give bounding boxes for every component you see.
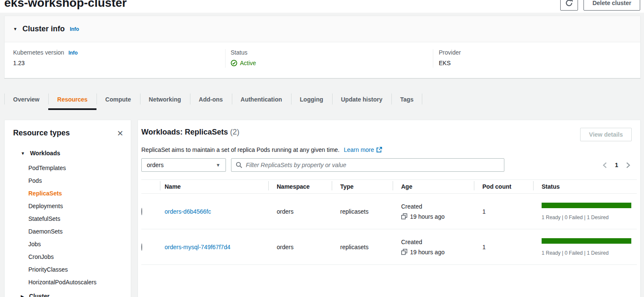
sidebar-group-workloads-label: Workloads xyxy=(30,150,60,157)
kubernetes-version-value: 1.23 xyxy=(13,60,225,66)
sidebar-item-daemonsets[interactable]: DaemonSets xyxy=(5,225,131,238)
tab-authentication[interactable]: Authentication xyxy=(232,89,291,109)
panel-description: ReplicaSet aims to maintain a set of rep… xyxy=(141,146,339,153)
cell-age: Created 19 hours ago xyxy=(393,203,474,220)
column-header-age[interactable]: Age xyxy=(393,183,474,190)
column-header-type[interactable]: Type xyxy=(332,183,393,190)
cluster-info-header[interactable]: ▼ Cluster info Info xyxy=(5,16,640,42)
cell-namespace: orders xyxy=(268,208,332,215)
cell-namespace: orders xyxy=(268,244,332,250)
tab-tags[interactable]: Tags xyxy=(391,89,423,109)
tab-resources[interactable]: Resources xyxy=(48,89,96,109)
column-header-pod-count[interactable]: Pod count xyxy=(474,183,533,190)
age-created-label: Created xyxy=(401,239,474,245)
sidebar-group-cluster-label: Cluster xyxy=(29,293,50,297)
tab-resources-label: Resources xyxy=(57,96,88,103)
tab-logging[interactable]: Logging xyxy=(291,89,332,109)
cluster-info-card: ▼ Cluster info Info Kubernetes version I… xyxy=(4,16,641,78)
learn-more-label: Learn more xyxy=(344,146,374,153)
page-header: eks-workshop-cluster Delete cluster xyxy=(0,0,644,13)
search-box xyxy=(231,158,504,172)
cell-pod-count: 1 xyxy=(474,208,533,215)
sidebar-item-cronjobs[interactable]: CronJobs xyxy=(5,250,131,263)
search-input[interactable] xyxy=(246,162,500,168)
copy-icon[interactable] xyxy=(401,249,407,255)
pagination: 1 xyxy=(602,162,637,168)
dropdown-caret-icon: ▼ xyxy=(216,162,220,168)
tab-add-ons[interactable]: Add-ons xyxy=(190,89,232,109)
status-value: Active xyxy=(240,60,256,66)
table-row: orders-d6b4566fc orders replicasets Crea… xyxy=(141,194,637,229)
namespace-filter-dropdown[interactable]: orders ▼ xyxy=(141,158,226,172)
kubernetes-version-info-link[interactable]: Info xyxy=(69,50,78,56)
cluster-info-info-link[interactable]: Info xyxy=(70,26,79,32)
panel-title: Workloads: ReplicaSets (2) xyxy=(141,128,239,137)
resources-content: Resource types × ▼ Workloads PodTemplate… xyxy=(4,120,641,297)
namespace-filter-value: orders xyxy=(147,162,164,168)
column-header-status[interactable]: Status xyxy=(533,183,637,190)
column-header-name[interactable]: Name xyxy=(160,183,268,190)
learn-more-link[interactable]: Learn more xyxy=(344,146,382,153)
sidebar-item-replicasets[interactable]: ReplicaSets xyxy=(5,187,131,200)
status-summary-text: 1 Ready | 0 Failed | 1 Desired xyxy=(542,214,637,220)
sidebar-item-statefulsets[interactable]: StatefulSets xyxy=(5,212,131,225)
sidebar-item-deployments[interactable]: Deployments xyxy=(5,200,131,212)
replicasets-panel: Workloads: ReplicaSets (2) View details … xyxy=(138,120,641,297)
replicaset-name-link[interactable]: orders-d6b4566fc xyxy=(165,208,211,215)
kubernetes-version-field: Kubernetes version Info 1.23 xyxy=(5,49,225,68)
header-actions: Delete cluster xyxy=(560,0,640,11)
current-page-number[interactable]: 1 xyxy=(615,162,618,168)
resource-types-title: Resource types xyxy=(13,129,70,138)
sidebar-item-horizontalpodautoscalers[interactable]: HorizontalPodAutoscalers xyxy=(5,276,131,289)
sidebar-item-pods[interactable]: Pods xyxy=(5,174,131,187)
kubernetes-version-label: Kubernetes version xyxy=(13,49,64,56)
refresh-button[interactable] xyxy=(560,0,578,11)
status-progress-bar xyxy=(542,203,631,208)
tab-update-history[interactable]: Update history xyxy=(332,89,391,109)
sidebar-group-cluster[interactable]: ▶ Cluster xyxy=(5,293,131,297)
sidebar-item-podtemplates[interactable]: PodTemplates xyxy=(5,162,131,174)
next-page-icon[interactable] xyxy=(625,162,631,168)
status-badge: Active xyxy=(231,60,256,66)
replicaset-name-link[interactable]: orders-mysql-749f67f7d4 xyxy=(165,244,231,250)
provider-value: EKS xyxy=(439,60,640,66)
tab-overview[interactable]: Overview xyxy=(4,89,48,109)
resource-types-panel: Resource types × ▼ Workloads PodTemplate… xyxy=(4,120,131,297)
cell-status: 1 Ready | 0 Failed | 1 Desired xyxy=(533,238,637,256)
replicasets-table: Name Namespace Type Age Pod count Status… xyxy=(141,179,637,265)
chevron-down-icon: ▼ xyxy=(13,27,17,31)
sidebar-item-jobs[interactable]: Jobs xyxy=(5,238,131,250)
cell-type: replicasets xyxy=(332,208,393,215)
copy-icon[interactable] xyxy=(401,213,407,220)
age-created-label: Created xyxy=(401,203,474,210)
sidebar-group-workloads[interactable]: ▼ Workloads xyxy=(5,150,131,157)
search-icon xyxy=(236,162,242,168)
provider-field: Provider EKS xyxy=(433,49,640,68)
cell-pod-count: 1 xyxy=(474,244,533,250)
chevron-down-icon: ▼ xyxy=(21,151,25,156)
delete-cluster-button[interactable]: Delete cluster xyxy=(583,0,640,11)
close-icon[interactable]: × xyxy=(117,129,123,138)
row-radio-button[interactable] xyxy=(141,208,142,215)
row-radio-button[interactable] xyxy=(141,243,142,251)
external-link-icon xyxy=(376,147,382,153)
cluster-info-title: Cluster info xyxy=(22,25,65,33)
previous-page-icon[interactable] xyxy=(602,162,608,168)
tab-compute[interactable]: Compute xyxy=(96,89,140,109)
refresh-icon xyxy=(565,0,573,7)
tab-networking[interactable]: Networking xyxy=(140,89,190,109)
cell-type: replicasets xyxy=(332,244,393,250)
sidebar-item-priorityclasses[interactable]: PriorityClasses xyxy=(5,263,131,276)
check-circle-icon xyxy=(231,60,237,66)
cluster-tabs: Overview Resources Compute Networking Ad… xyxy=(4,89,640,109)
table-row: orders-mysql-749f67f7d4 orders replicase… xyxy=(141,229,637,265)
panel-count: (2) xyxy=(230,128,239,136)
view-details-button[interactable]: View details xyxy=(580,128,632,141)
provider-label: Provider xyxy=(439,49,461,56)
age-value: 19 hours ago xyxy=(410,249,445,256)
active-tab-underline xyxy=(48,108,96,110)
column-header-namespace[interactable]: Namespace xyxy=(268,183,332,190)
cluster-info-body: Kubernetes version Info 1.23 Status Acti… xyxy=(5,42,640,78)
status-progress-bar xyxy=(542,238,631,244)
sidebar-items: PodTemplates Pods ReplicaSets Deployment… xyxy=(5,162,131,289)
